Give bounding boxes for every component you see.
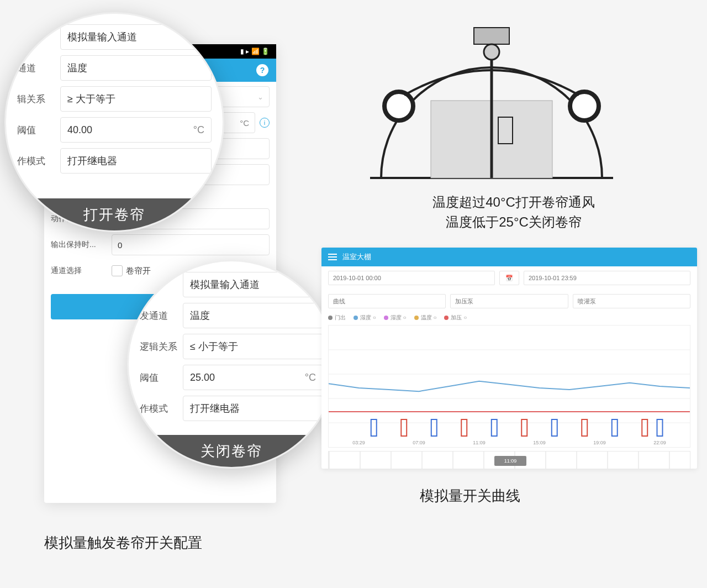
- dashboard-legend: 门出湿度 ○湿度 ○温度 ○加压 ○: [321, 313, 697, 325]
- left-caption: 模拟量触发卷帘开关配置: [44, 533, 202, 553]
- gh-line1: 温度超过40°C打开卷帘通风: [359, 192, 668, 212]
- svg-rect-16: [612, 419, 618, 436]
- m1-chan-label: 通道: [17, 62, 60, 75]
- menu-icon[interactable]: [328, 254, 337, 260]
- dashboard-chart: 03:2907:0911:0915:0919:0922:09: [328, 325, 690, 448]
- m2-thresh-field[interactable]: 25.00°C: [183, 365, 323, 390]
- m2-mode-field[interactable]: 打开继电器: [183, 396, 323, 421]
- select-1-value: 曲线: [333, 297, 345, 306]
- m2-logic-label: 逻辑关系: [140, 340, 183, 353]
- date-from-value: 2019-10-01 00:00: [333, 275, 381, 281]
- greenhouse-illustration: [359, 18, 624, 189]
- m1-type-value: 模拟量输入通道: [67, 30, 137, 44]
- m1-logic-field[interactable]: ≥ 大于等于: [60, 86, 212, 112]
- m2-chan-label: 发通道: [140, 309, 183, 322]
- hold-label: 输出保持时...: [51, 240, 112, 250]
- select-3[interactable]: 喷灌泵: [573, 294, 690, 308]
- svg-rect-18: [401, 419, 407, 436]
- chan-sel-label: 通道选择: [51, 266, 112, 276]
- svg-rect-22: [642, 419, 647, 436]
- svg-rect-4: [474, 28, 509, 44]
- checkbox-open[interactable]: [112, 265, 123, 276]
- m2-thresh-value: 25.00: [190, 372, 215, 384]
- svg-rect-15: [552, 419, 557, 436]
- dashboard-timeline[interactable]: 11:09: [328, 451, 690, 469]
- svg-point-6: [384, 92, 413, 120]
- svg-point-7: [570, 92, 599, 120]
- m1-thresh-value: 40.00: [67, 124, 92, 136]
- svg-point-5: [484, 44, 499, 60]
- select-2[interactable]: 加压泵: [450, 294, 568, 308]
- select-1[interactable]: 曲线: [328, 294, 446, 308]
- svg-rect-13: [431, 419, 437, 436]
- legend-item[interactable]: 加压 ○: [444, 314, 467, 322]
- threshold-unit: °C: [240, 118, 249, 128]
- legend-item[interactable]: 湿度 ○: [354, 314, 376, 322]
- m2-type-value: 模拟量输入通道: [190, 278, 260, 291]
- dashboard-title: 温室大棚: [342, 252, 371, 262]
- svg-text:11:09: 11:09: [473, 440, 485, 445]
- m2-chan-field[interactable]: 温度: [183, 303, 323, 328]
- m2-type-field[interactable]: 模拟量输入通道: [183, 272, 323, 297]
- status-icons: ▮ ▸ 📶 🔋: [240, 48, 270, 55]
- legend-item[interactable]: 门出: [328, 314, 346, 322]
- select-3-value: 喷灌泵: [578, 297, 596, 306]
- m2-logic-value: ≤ 小于等于: [190, 340, 238, 353]
- m1-thresh-label: 阈值: [17, 124, 60, 136]
- svg-text:19:09: 19:09: [593, 440, 605, 445]
- svg-text:07:09: 07:09: [413, 440, 425, 445]
- m1-thresh-field[interactable]: 40.00°C: [60, 117, 212, 143]
- svg-rect-14: [492, 419, 497, 436]
- magnifier-open: .模拟量输入通道 通道温度 辑关系≥ 大于等于 阈值40.00°C 作模式打开继…: [4, 12, 224, 232]
- svg-rect-12: [371, 419, 377, 436]
- dashboard-caption: 模拟量开关曲线: [420, 486, 520, 506]
- m2-mode-value: 打开继电器: [190, 402, 240, 415]
- m1-mode-field[interactable]: 打开继电器: [60, 148, 212, 174]
- date-from-field[interactable]: 2019-10-01 00:00: [328, 271, 495, 285]
- magnifier-close: 类型模拟量输入通道 发通道温度 逻辑关系≤ 小于等于 阈值25.00°C 作模式…: [127, 260, 336, 469]
- svg-text:03:29: 03:29: [352, 440, 365, 445]
- svg-rect-19: [461, 419, 467, 436]
- help-icon[interactable]: ?: [256, 64, 268, 76]
- m2-thresh-label: 阈值: [140, 371, 183, 384]
- m1-chan-value: 温度: [67, 61, 87, 75]
- m1-chan-field[interactable]: 温度: [60, 55, 212, 81]
- gh-line2: 温度低于25°C关闭卷帘: [359, 212, 668, 232]
- dashboard-panel: 温室大棚 2019-10-01 00:00 📅 2019-10-01 23:59…: [321, 248, 697, 469]
- hold-field[interactable]: 0: [112, 234, 270, 255]
- info-icon[interactable]: i: [260, 118, 270, 128]
- greenhouse-caption: 温度超过40°C打开卷帘通风 温度低于25°C关闭卷帘: [359, 192, 668, 232]
- chan-sel-opt: 卷帘开: [126, 266, 151, 276]
- m1-logic-value: ≥ 大于等于: [67, 92, 115, 106]
- date-to-field[interactable]: 2019-10-01 23:59: [524, 271, 690, 285]
- m1-logic-label: 辑关系: [17, 93, 60, 106]
- hold-value: 0: [118, 240, 122, 250]
- date-to-value: 2019-10-01 23:59: [529, 275, 577, 281]
- svg-rect-21: [582, 419, 587, 436]
- m1-mode-label: 作模式: [17, 155, 60, 167]
- select-2-value: 加压泵: [455, 297, 473, 306]
- dashboard-titlebar: 温室大棚: [321, 248, 697, 266]
- m2-logic-field[interactable]: ≤ 小于等于: [183, 334, 323, 359]
- m1-type-field[interactable]: 模拟量输入通道: [60, 24, 212, 50]
- m1-mode-value: 打开继电器: [67, 154, 117, 167]
- svg-text:22:09: 22:09: [653, 440, 666, 445]
- m2-thresh-unit: °C: [305, 372, 316, 384]
- m1-thresh-unit: °C: [193, 124, 204, 136]
- chevron-down-icon: ⌄: [257, 93, 263, 101]
- svg-rect-17: [657, 419, 663, 436]
- date-to-icon: 📅: [499, 271, 519, 285]
- m2-chan-value: 温度: [190, 309, 210, 322]
- svg-rect-20: [521, 419, 527, 436]
- legend-item[interactable]: 温度 ○: [414, 314, 437, 322]
- svg-text:15:09: 15:09: [533, 440, 545, 445]
- timeline-thumb[interactable]: 11:09: [494, 456, 526, 466]
- legend-item[interactable]: 湿度 ○: [384, 314, 407, 322]
- m2-mode-label: 作模式: [140, 402, 183, 415]
